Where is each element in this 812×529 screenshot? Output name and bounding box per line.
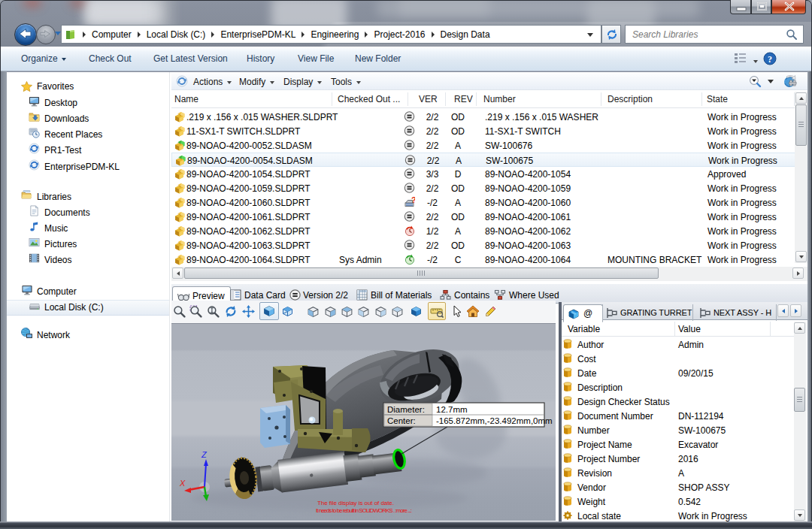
svg-text:?: ? <box>768 54 772 65</box>
svg-text:Diameter:: Diameter: <box>387 405 425 414</box>
svg-text:12.7mm: 12.7mm <box>436 405 468 414</box>
svg-text:-165.872mm,-23.492mm,0mm: -165.872mm,-23.492mm,0mm <box>436 416 553 425</box>
svg-text:Center:: Center: <box>387 416 416 425</box>
svg-text:X: X <box>179 479 186 488</box>
svg-text:The file display is out of dat: The file display is out of date. <box>317 500 394 506</box>
svg-text:It needs to be rebuilt in SOLI: It needs to be rebuilt in SOLIDWORKS . :… <box>316 507 412 514</box>
svg-text:Z: Z <box>201 450 208 459</box>
